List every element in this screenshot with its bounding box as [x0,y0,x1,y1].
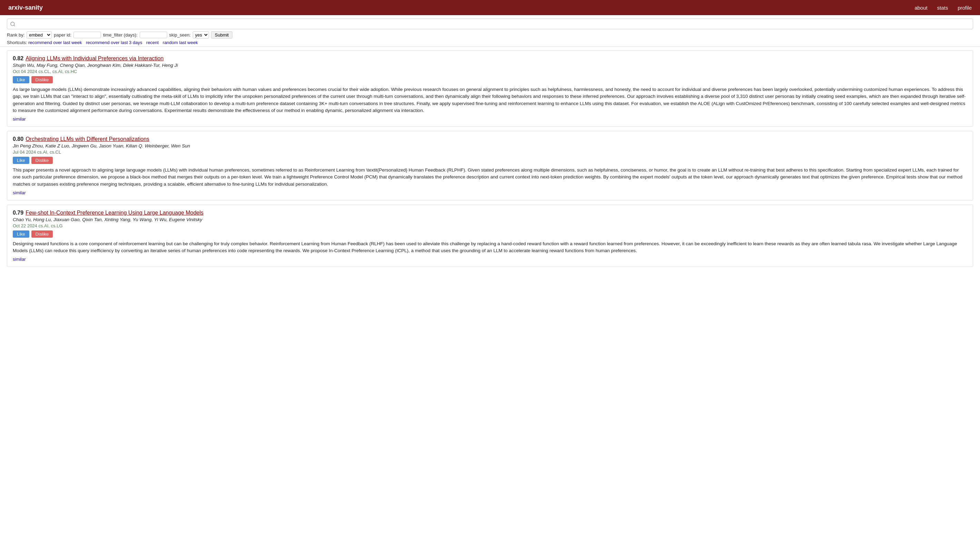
shortcut-recent[interactable]: recent [146,40,159,45]
paper-authors-1: Jin Peng Zhou, Katie Z Luo, Jingwen Gu, … [13,143,967,149]
paper-score-title-1: 0.80 Orchestrating LLMs with Different P… [13,136,967,142]
time-filter-label: time_filter (days): [103,32,138,38]
paper-actions-0: Like Dislike [13,76,967,83]
paper-card-2: 0.79 Few-shot In-Context Preference Lear… [7,205,973,267]
paper-authors-0: Shujin Wu, May Fung, Cheng Qian, Jeonghw… [13,63,967,68]
shortcut-random-week[interactable]: random last week [163,40,198,45]
paper-tags-1: cs.AI, cs.CL [37,149,61,155]
submit-button[interactable]: Submit [211,31,232,38]
paper-abstract-1: This paper presents a novel approach to … [13,167,967,188]
paper-score-0: 0.82 [13,55,24,62]
paper-abstract-0: As large language models (LLMs) demonstr… [13,86,967,114]
shortcuts-label: Shortcuts: [7,40,27,45]
paper-card-0: 0.82 Aligning LLMs with Individual Prefe… [7,50,973,127]
site-title[interactable]: arxiv-sanity [8,4,43,11]
similar-link-1[interactable]: similar [13,190,26,195]
time-filter-input[interactable] [140,32,167,38]
paper-meta-1: Jul 04 2024 cs.AI, cs.CL [13,149,967,155]
like-button-0[interactable]: Like [13,76,29,83]
skip-seen-select[interactable]: yes no [193,31,209,38]
paper-tags-2: cs.AI, cs.LG [38,223,62,228]
paper-similar-0: similar [13,116,967,122]
paper-title-1[interactable]: Orchestrating LLMs with Different Person… [25,136,149,142]
paper-id-input[interactable] [73,32,101,38]
shortcuts: Shortcuts: recommend over last week reco… [7,40,973,45]
paper-id-label: paper id: [54,32,72,38]
paper-tags-0: cs.CL, cs.AI, cs.HC [38,69,77,74]
similar-link-2[interactable]: similar [13,257,26,262]
paper-actions-2: Like Dislike [13,230,967,238]
paper-actions-1: Like Dislike [13,157,967,164]
paper-meta-0: Oct 04 2024 cs.CL, cs.AI, cs.HC [13,69,967,74]
nav-about[interactable]: about [915,5,928,11]
like-button-1[interactable]: Like [13,157,29,164]
paper-score-title-0: 0.82 Aligning LLMs with Individual Prefe… [13,55,967,62]
like-button-2[interactable]: Like [13,230,29,238]
dislike-button-0[interactable]: Dislike [31,76,53,83]
paper-card-1: 0.80 Orchestrating LLMs with Different P… [7,131,973,200]
shortcut-recommend-3days[interactable]: recommend over last 3 days [86,40,142,45]
search-bar: Rank by: embed paper id date paper id: t… [0,15,980,47]
rank-by-select[interactable]: embed paper id date [27,31,52,38]
paper-score-2: 0.79 [13,210,24,216]
paper-title-2[interactable]: Few-shot In-Context Preference Learning … [25,210,204,216]
skip-seen-label: skip_seen: [169,32,191,38]
paper-score-1: 0.80 [13,136,24,142]
nav: about stats profile [906,5,972,11]
dislike-button-1[interactable]: Dislike [31,157,53,164]
nav-stats[interactable]: stats [937,5,948,11]
paper-date-0: Oct 04 2024 [13,69,37,74]
paper-date-1: Jul 04 2024 [13,149,36,155]
rank-by-label: Rank by: [7,32,24,38]
shortcut-recommend-week[interactable]: recommend over last week [28,40,82,45]
main-content: 0.82 Aligning LLMs with Individual Prefe… [0,47,980,274]
paper-authors-2: Chao Yu, Hong Lu, Jiaxuan Gao, Qixin Tan… [13,217,967,222]
paper-score-title-2: 0.79 Few-shot In-Context Preference Lear… [13,210,967,216]
search-input[interactable] [7,19,973,29]
header: arxiv-sanity about stats profile [0,0,980,15]
dislike-button-2[interactable]: Dislike [31,230,53,238]
paper-similar-1: similar [13,190,967,195]
nav-profile[interactable]: profile [958,5,972,11]
similar-link-0[interactable]: similar [13,116,26,122]
paper-date-2: Oct 22 2024 [13,223,37,228]
paper-abstract-2: Designing reward functions is a core com… [13,241,967,255]
paper-title-0[interactable]: Aligning LLMs with Individual Preference… [25,55,164,62]
paper-similar-2: similar [13,256,967,262]
filter-row: Rank by: embed paper id date paper id: t… [7,31,973,38]
paper-meta-2: Oct 22 2024 cs.AI, cs.LG [13,223,967,228]
